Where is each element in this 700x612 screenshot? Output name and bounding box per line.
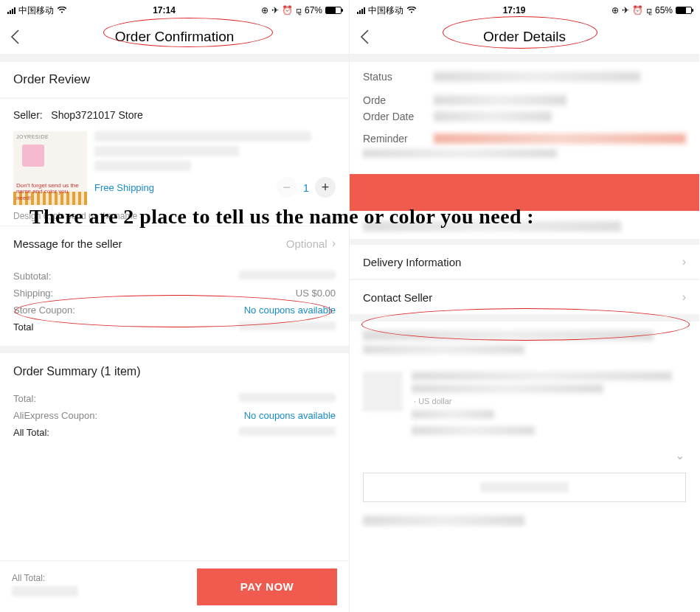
bluetooth-icon: ⚼ [646, 5, 652, 15]
location-icon: ✈ [622, 5, 629, 15]
store-coupon-label: Store Coupon: [13, 305, 75, 316]
reminder-label: Reminder [363, 133, 429, 145]
pay-now-button[interactable]: PAY NOW [197, 568, 337, 605]
order-date-value-redacted [434, 111, 552, 122]
product-thumbnail[interactable]: JOYRESIDE Don't forget send us the name … [13, 131, 87, 205]
bluetooth-icon: ⚼ [296, 5, 302, 15]
chevron-right-icon: › [682, 255, 686, 268]
qty-value: 1 [303, 181, 309, 194]
product-row[interactable]: JOYRESIDE Don't forget send us the name … [13, 131, 336, 205]
battery-icon [325, 7, 342, 14]
message-for-seller-label: Message for the seller [13, 237, 122, 250]
page-title: Order Details [350, 29, 699, 45]
aliexpress-coupon-label: AliExpress Coupon: [13, 410, 97, 421]
battery-pct: 67% [305, 5, 322, 15]
reminder-value-redacted [434, 133, 686, 144]
order-review-heading: Order Review [13, 72, 336, 87]
chevron-down-icon: ⌄ [675, 448, 685, 462]
chevron-right-icon: › [332, 237, 336, 250]
bottom-all-total-label: All Total: [12, 573, 78, 583]
seller-name[interactable]: Shop3721017 Store [51, 109, 143, 121]
page-title: Order Confirmation [0, 29, 349, 45]
seller-label: Seller: [13, 109, 43, 121]
status-time: 17:14 [153, 5, 176, 15]
expand-toggle[interactable]: ⌄ [350, 444, 699, 467]
redacted-line [363, 345, 524, 354]
orientation-lock-icon: ⊕ [611, 5, 619, 15]
carrier-label: 中国移动 [368, 4, 403, 17]
alarm-icon: ⏰ [282, 5, 293, 15]
order-value-redacted [434, 95, 566, 105]
bottom-all-total-value-redacted [12, 586, 78, 597]
redacted-line [363, 330, 654, 341]
shipping-label: Shipping: [13, 288, 53, 299]
order-item-thumbnail [363, 372, 403, 411]
order-summary-heading: Order Summary (1 item) [0, 353, 349, 383]
aliexpress-coupon-value[interactable]: No coupons available [244, 410, 336, 421]
wifi-icon [57, 7, 67, 14]
nav-header: Order Confirmation [0, 19, 349, 55]
subtotal-label: Subtotal: [13, 271, 51, 282]
wifi-icon [406, 7, 417, 14]
delivery-information-row[interactable]: Delivery Information › [350, 245, 699, 279]
order-date-label: Order Date [363, 111, 429, 122]
message-for-seller-row[interactable]: Message for the seller Optional › [0, 226, 349, 260]
redacted-line [412, 410, 494, 419]
summary-total-label: Total: [13, 393, 36, 404]
redacted-line [412, 426, 535, 435]
alarm-icon: ⏰ [632, 5, 643, 15]
phone-order-confirmation: 中国移动 17:14 ⊕ ✈ ⏰ ⚼ 67% Order Confirmatio… [0, 0, 350, 612]
message-for-seller-placeholder: Optional [286, 237, 328, 250]
shipping-value: US $0.00 [296, 288, 336, 299]
currency-hint: US dollar [418, 397, 451, 406]
subtotal-value-redacted [239, 271, 336, 279]
all-total-value-redacted [239, 427, 336, 436]
reminder-value-redacted-2 [363, 149, 557, 158]
redacted-line [363, 515, 524, 526]
signal-icon [357, 7, 365, 14]
total-value-redacted [239, 321, 336, 330]
orientation-lock-icon: ⊕ [261, 5, 268, 15]
qty-minus-button[interactable]: − [277, 177, 297, 198]
all-total-label: All Total: [13, 427, 49, 438]
nav-header: Order Details [350, 19, 699, 55]
carrier-label: 中国移动 [18, 4, 54, 17]
battery-icon [676, 7, 692, 14]
status-value-redacted [434, 72, 640, 82]
status-bar: 中国移动 17:19 ⊕ ✈ ⏰ ⚼ 65% [350, 0, 699, 19]
redacted-line [412, 372, 672, 380]
qty-plus-button[interactable]: + [315, 177, 336, 198]
summary-total-value-redacted [239, 393, 336, 402]
status-label: Status [363, 71, 429, 83]
chevron-right-icon: › [682, 291, 686, 304]
action-button-label-redacted [480, 482, 569, 493]
order-item[interactable]: · US dollar [350, 363, 699, 444]
contact-seller-row[interactable]: Contact Seller › [350, 280, 699, 314]
thumb-hint-text: Don't forget send us the name and color … [16, 183, 84, 202]
battery-pct: 65% [655, 5, 673, 15]
signal-icon [7, 7, 15, 14]
status-bar: 中国移动 17:14 ⊕ ✈ ⏰ ⚼ 67% [0, 0, 349, 19]
action-button[interactable] [363, 473, 686, 502]
contact-seller-label: Contact Seller [363, 291, 432, 304]
free-shipping-label: Free Shipping [94, 182, 154, 193]
location-icon: ✈ [271, 5, 279, 15]
bottom-bar: All Total: PAY NOW [0, 560, 349, 612]
total-label: Total [13, 321, 33, 333]
store-coupon-value[interactable]: No coupons available [244, 305, 336, 316]
status-time: 17:19 [503, 5, 526, 15]
order-label: Orde [363, 94, 429, 106]
overlay-instruction-text: There are 2 place to tell us the name or… [30, 205, 693, 229]
redacted-line [412, 384, 603, 393]
phone-order-details: 中国移动 17:19 ⊕ ✈ ⏰ ⚼ 65% Order Details Sta… [350, 0, 699, 612]
delivery-information-label: Delivery Information [363, 256, 461, 268]
thumb-brand: JOYRESIDE [16, 134, 49, 139]
